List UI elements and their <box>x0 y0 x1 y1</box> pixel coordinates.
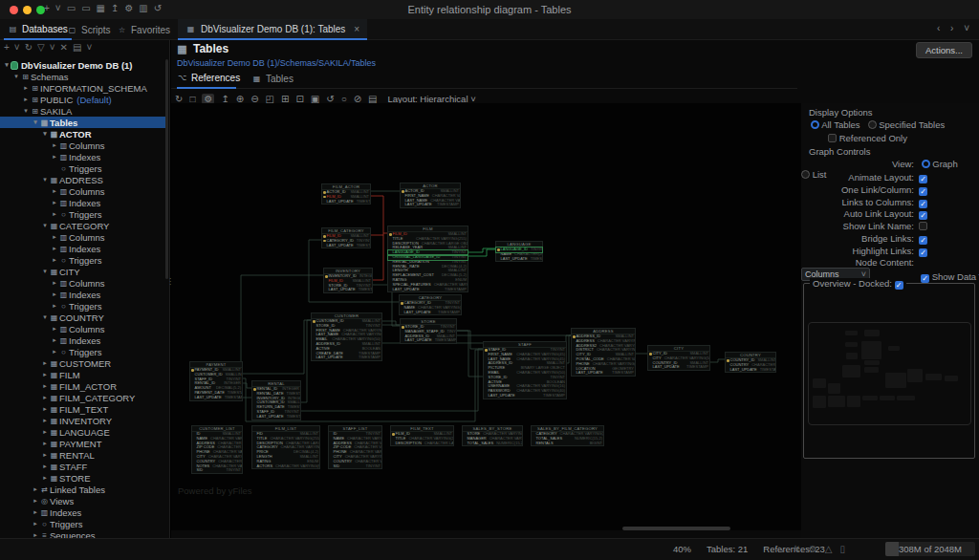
close-icon[interactable]: × <box>354 24 359 34</box>
tree-item-indexes[interactable]: ▸▥Indexes <box>0 197 166 208</box>
tree-item-columns[interactable]: ▸▥Columns <box>0 185 166 197</box>
chevron-down-icon[interactable]: ▾ <box>41 130 49 138</box>
all-tables-radio[interactable] <box>811 120 819 129</box>
zoom-marquee-icon[interactable]: ◰ <box>266 94 274 104</box>
tree-item-film[interactable]: ▸▦FILM <box>0 369 166 380</box>
chevron-right-icon[interactable]: ▸ <box>41 417 49 424</box>
table-node-payment[interactable]: PAYMENTPAYMENT_IDSMALLINTCUSTOMER_IDSMAL… <box>189 361 243 401</box>
table-node-film_category[interactable]: FILM_CATEGORYFILM_IDSMALLINTCATEGORY_IDT… <box>321 227 371 248</box>
chevron-down-icon[interactable]: ▾ <box>41 176 49 183</box>
tree-item-triggers[interactable]: ▸○Triggers <box>0 518 166 529</box>
chevron-right-icon[interactable]: ▸ <box>32 485 39 493</box>
sidebar-tab-databases[interactable]: ▤Databases <box>4 19 72 40</box>
table-node-sales_by_film_category[interactable]: SALES_BY_FILM_CATEGORYCATEGORYCHARACTER … <box>531 425 604 446</box>
search-icon[interactable]: ○ <box>341 94 347 104</box>
table-node-film_text[interactable]: FILM_TEXTFILM_IDSMALLINTTITLECHARACTER V… <box>390 425 454 446</box>
chevron-right-icon[interactable]: ▸ <box>51 233 58 241</box>
show-link-name-checkbox[interactable] <box>919 222 927 230</box>
tree-item-indexes[interactable]: ▸▥Indexes <box>0 289 166 300</box>
tree-item-columns[interactable]: ▸▥Columns <box>0 277 166 289</box>
tree-item-indexes[interactable]: ▸▥Indexes <box>0 506 166 518</box>
chevron-right-icon[interactable]: ▸ <box>22 96 30 103</box>
chevron-down-icon[interactable]: ▾ <box>12 73 20 80</box>
chevron-right-icon[interactable]: ▸ <box>32 520 39 528</box>
links-to-columns-checkbox[interactable]: ✓ <box>919 200 927 208</box>
tree-item-triggers[interactable]: ▸○Triggers <box>0 254 166 266</box>
chevron-right-icon[interactable]: ▸ <box>32 497 39 505</box>
tree-item-category[interactable]: ▾▦CATEGORY <box>0 220 166 231</box>
table-node-film[interactable]: FILMFILM_IDSMALLINTTITLECHARACTER VARYIN… <box>387 226 468 292</box>
chevron-right-icon[interactable]: ▸ <box>41 428 49 436</box>
tree-item-public[interactable]: ▸⊞PUBLIC(Default) <box>0 94 166 105</box>
chevron-right-icon[interactable]: ▸ <box>51 336 58 344</box>
tree-item-triggers[interactable]: ○Triggers <box>0 162 166 174</box>
chevron-right-icon[interactable]: ▸ <box>32 508 39 516</box>
relayout-icon[interactable]: ↺ <box>326 94 334 104</box>
chevron-down-icon[interactable]: ▾ <box>32 118 39 126</box>
snapshot-icon[interactable]: ▣ <box>311 94 319 104</box>
tree-item-tables[interactable]: ▾▦Tables <box>0 117 166 128</box>
properties-icon[interactable]: ▤ <box>368 94 377 104</box>
tree-item-country[interactable]: ▾▦COUNTRY <box>0 312 166 323</box>
chevron-right-icon[interactable]: ▸ <box>41 451 49 459</box>
tree-item-customer[interactable]: ▸▦CUSTOMER <box>0 357 166 369</box>
tree-item-language[interactable]: ▸▦LANGUAGE <box>0 426 166 438</box>
tree-item-city[interactable]: ▾▦CITY <box>0 266 166 277</box>
show-data-type-checkbox[interactable]: ✓ <box>921 274 929 283</box>
highlight-links-checkbox[interactable]: ✓ <box>919 248 927 257</box>
table-node-staff_list[interactable]: STAFF_LISTIDTINYINTNAMECHARACTER VARYING… <box>328 425 382 469</box>
animate-layout-checkbox[interactable]: ✓ <box>919 175 927 183</box>
table-node-film_list[interactable]: FILM_LISTFIDSMALLINTTITLECHARACTER VARYI… <box>251 425 320 469</box>
one-link-column-checkbox[interactable]: ✓ <box>919 187 927 196</box>
auto-link-layout-checkbox[interactable]: ✓ <box>919 211 927 220</box>
tree-item-inventory[interactable]: ▸▦INVENTORY <box>0 415 166 426</box>
overview-docked-checkbox[interactable]: ✓ <box>895 281 903 290</box>
tree-item-sequences[interactable]: ▸≡Sequences <box>0 529 166 538</box>
chevron-down-icon[interactable]: ▾ <box>41 268 49 275</box>
export-icon[interactable]: ↥ <box>221 94 228 104</box>
chevron-right-icon[interactable]: ▸ <box>51 256 58 264</box>
referenced-only-checkbox[interactable] <box>828 134 837 142</box>
tree-item-rental[interactable]: ▸▦RENTAL <box>0 449 166 461</box>
chevron-right-icon[interactable]: ▸ <box>41 405 49 413</box>
tree-item-actor[interactable]: ▾▦ACTOR <box>0 128 166 140</box>
zoom-in-icon[interactable]: ⊕ <box>236 94 244 104</box>
tree-item-payment[interactable]: ▸▦PAYMENT <box>0 438 166 449</box>
table-node-country[interactable]: COUNTRYCOUNTRY_IDSMALLINTCOUNTRYCHARACTE… <box>725 352 776 373</box>
select-icon[interactable]: □ <box>189 94 195 104</box>
chevron-right-icon[interactable]: ▸ <box>51 302 58 310</box>
tab-nav-chevrons[interactable]: ‹ › ˅ <box>937 23 973 33</box>
tree-item-address[interactable]: ▾▦ADDRESS <box>0 174 166 185</box>
chevron-down-icon[interactable]: ▾ <box>22 107 30 115</box>
actions-button[interactable]: Actions... <box>916 42 972 58</box>
tree-item-sakila[interactable]: ▾⊞SAKILA <box>0 105 166 117</box>
sidebar-tab-scripts[interactable]: ▢Scripts <box>63 19 115 40</box>
view-graph-radio[interactable] <box>922 160 930 168</box>
table-node-actor[interactable]: ACTORACTOR_IDSMALLINTFIRST_NAMECHARACTER… <box>400 183 461 208</box>
fit-content-icon[interactable]: ⊞ <box>281 94 289 104</box>
refresh-icon[interactable]: ↻ <box>175 94 183 104</box>
chevron-down-icon[interactable]: ▾ <box>41 313 49 321</box>
table-node-store[interactable]: STORESTORE_IDTINYINTMANAGER_STAFF_IDTINY… <box>400 318 457 344</box>
sidebar-scrollbar[interactable] <box>165 59 168 279</box>
bridge-links-checkbox[interactable]: ✓ <box>919 236 927 245</box>
memory-indicator[interactable]: 308M of 2048M <box>885 542 975 556</box>
chevron-right-icon[interactable]: ▸ <box>51 187 58 195</box>
chevron-right-icon[interactable]: ▸ <box>22 84 30 92</box>
table-node-staff[interactable]: STAFFSTAFF_IDTINYINTFIRST_NAMECHARACTER … <box>483 341 567 399</box>
tree-item-film-text[interactable]: ▸▦FILM_TEXT <box>0 403 166 415</box>
chevron-right-icon[interactable]: ▸ <box>51 348 58 355</box>
table-node-address[interactable]: ADDRESSADDRESS_IDSMALLINTADDRESSCHARACTE… <box>571 328 636 377</box>
tree-item-triggers[interactable]: ▸○Triggers <box>0 208 166 220</box>
chevron-right-icon[interactable]: ▸ <box>41 382 49 390</box>
tree-item-dbvisualizer-demo-db-1-[interactable]: ▾DbVisualizer Demo DB (1) <box>0 59 166 71</box>
chevron-right-icon[interactable]: ▸ <box>41 440 49 447</box>
chevron-right-icon[interactable]: ▸ <box>51 245 58 252</box>
chevron-right-icon[interactable]: ▸ <box>32 531 39 538</box>
table-node-customer[interactable]: CUSTOMERCUSTOMER_IDSMALLINTSTORE_IDTINYI… <box>311 312 382 361</box>
subtab-tables[interactable]: ▦Tables <box>251 69 299 89</box>
chevron-right-icon[interactable]: ▸ <box>41 474 49 482</box>
chevron-down-icon[interactable]: ▾ <box>3 61 11 69</box>
tree-item-indexes[interactable]: ▸▥Indexes <box>0 243 166 254</box>
chevron-down-icon[interactable]: ▾ <box>41 222 49 229</box>
